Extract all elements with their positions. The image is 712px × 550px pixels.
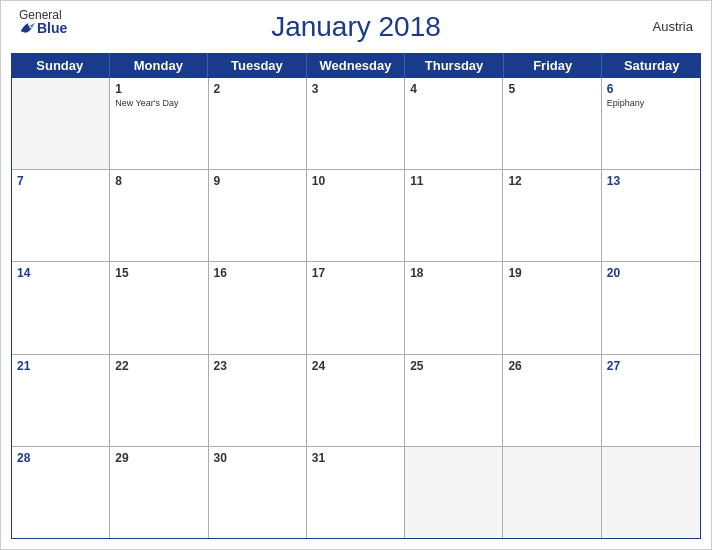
day-number: 17 xyxy=(312,266,399,280)
holiday-name: Epiphany xyxy=(607,98,695,109)
day-number: 5 xyxy=(508,82,595,96)
day-cell-1-3: 10 xyxy=(307,170,405,261)
day-cell-0-3: 3 xyxy=(307,78,405,169)
day-number: 31 xyxy=(312,451,399,465)
day-cell-2-0: 14 xyxy=(12,262,110,353)
day-cell-3-4: 25 xyxy=(405,355,503,446)
header-saturday: Saturday xyxy=(602,53,701,78)
day-number: 23 xyxy=(214,359,301,373)
day-number: 14 xyxy=(17,266,104,280)
day-cell-1-5: 12 xyxy=(503,170,601,261)
day-number: 15 xyxy=(115,266,202,280)
day-number: 30 xyxy=(214,451,301,465)
day-number: 24 xyxy=(312,359,399,373)
day-cell-4-6 xyxy=(602,447,700,538)
day-cell-1-0: 7 xyxy=(12,170,110,261)
day-cell-0-1: 1New Year's Day xyxy=(110,78,208,169)
day-number: 6 xyxy=(607,82,695,96)
day-number: 1 xyxy=(115,82,202,96)
day-cell-4-1: 29 xyxy=(110,447,208,538)
day-number: 7 xyxy=(17,174,104,188)
header-friday: Friday xyxy=(504,53,603,78)
day-cell-3-5: 26 xyxy=(503,355,601,446)
day-number: 18 xyxy=(410,266,497,280)
day-cell-1-6: 13 xyxy=(602,170,700,261)
week-row-1: 1New Year's Day23456Epiphany xyxy=(12,78,700,170)
week-row-2: 78910111213 xyxy=(12,170,700,262)
header-tuesday: Tuesday xyxy=(208,53,307,78)
day-headers-row: Sunday Monday Tuesday Wednesday Thursday… xyxy=(11,53,701,78)
day-cell-0-6: 6Epiphany xyxy=(602,78,700,169)
header-wednesday: Wednesday xyxy=(307,53,406,78)
header-thursday: Thursday xyxy=(405,53,504,78)
day-cell-3-6: 27 xyxy=(602,355,700,446)
day-cell-3-0: 21 xyxy=(12,355,110,446)
header-monday: Monday xyxy=(110,53,209,78)
day-number: 21 xyxy=(17,359,104,373)
day-number: 8 xyxy=(115,174,202,188)
logo-bird-icon xyxy=(19,21,35,35)
country-label: Austria xyxy=(653,19,693,34)
day-cell-0-2: 2 xyxy=(209,78,307,169)
day-number: 25 xyxy=(410,359,497,373)
day-cell-4-4 xyxy=(405,447,503,538)
header-sunday: Sunday xyxy=(11,53,110,78)
day-number: 13 xyxy=(607,174,695,188)
day-cell-2-4: 18 xyxy=(405,262,503,353)
week-row-4: 21222324252627 xyxy=(12,355,700,447)
day-number: 2 xyxy=(214,82,301,96)
day-cell-2-1: 15 xyxy=(110,262,208,353)
weeks-container: 1New Year's Day23456Epiphany789101112131… xyxy=(11,78,701,539)
day-number: 22 xyxy=(115,359,202,373)
day-number: 29 xyxy=(115,451,202,465)
day-cell-0-0 xyxy=(12,78,110,169)
day-number: 3 xyxy=(312,82,399,96)
day-cell-2-3: 17 xyxy=(307,262,405,353)
day-cell-1-2: 9 xyxy=(209,170,307,261)
holiday-name: New Year's Day xyxy=(115,98,202,109)
day-number: 11 xyxy=(410,174,497,188)
day-cell-4-3: 31 xyxy=(307,447,405,538)
day-cell-4-0: 28 xyxy=(12,447,110,538)
day-cell-4-5 xyxy=(503,447,601,538)
day-cell-0-4: 4 xyxy=(405,78,503,169)
day-number: 20 xyxy=(607,266,695,280)
day-number: 19 xyxy=(508,266,595,280)
day-number: 27 xyxy=(607,359,695,373)
week-row-5: 28293031 xyxy=(12,447,700,538)
day-number: 9 xyxy=(214,174,301,188)
day-cell-2-5: 19 xyxy=(503,262,601,353)
day-number: 28 xyxy=(17,451,104,465)
calendar-header: General Blue January 2018 Austria xyxy=(1,1,711,48)
day-cell-3-1: 22 xyxy=(110,355,208,446)
week-row-3: 14151617181920 xyxy=(12,262,700,354)
day-cell-2-6: 20 xyxy=(602,262,700,353)
calendar-title: January 2018 xyxy=(271,11,441,43)
day-cell-4-2: 30 xyxy=(209,447,307,538)
day-cell-1-4: 11 xyxy=(405,170,503,261)
day-cell-1-1: 8 xyxy=(110,170,208,261)
day-cell-3-2: 23 xyxy=(209,355,307,446)
calendar-container: General Blue January 2018 Austria Sunday… xyxy=(0,0,712,550)
logo-blue-text: Blue xyxy=(19,21,67,35)
calendar-table: Sunday Monday Tuesday Wednesday Thursday… xyxy=(11,53,701,539)
logo: General Blue xyxy=(19,9,67,35)
day-number: 4 xyxy=(410,82,497,96)
day-cell-0-5: 5 xyxy=(503,78,601,169)
day-number: 26 xyxy=(508,359,595,373)
day-number: 12 xyxy=(508,174,595,188)
day-number: 16 xyxy=(214,266,301,280)
day-cell-2-2: 16 xyxy=(209,262,307,353)
day-number: 10 xyxy=(312,174,399,188)
day-cell-3-3: 24 xyxy=(307,355,405,446)
